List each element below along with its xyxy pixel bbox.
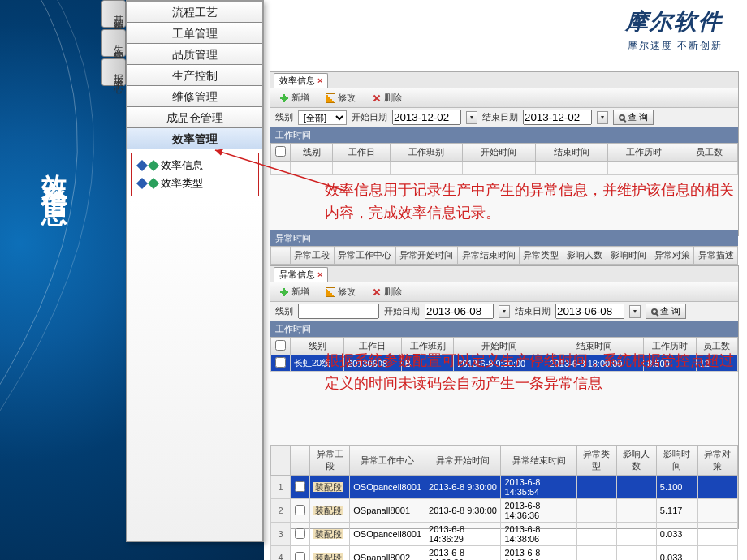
- col-workday[interactable]: 工作日: [333, 144, 391, 162]
- filter-bar: 线别 [全部] 开始日期 ▾ 结束日期 ▾ 查 询: [270, 108, 738, 127]
- worktime-grid[interactable]: 线别 工作日 工作班别 开始时间 结束时间 工作历时 员工数 长虹20线 201…: [270, 337, 738, 372]
- col-start[interactable]: 开始时间: [454, 338, 546, 355]
- col-shift[interactable]: 工作班别: [391, 144, 463, 162]
- col-duration[interactable]: 工作历时: [644, 338, 697, 355]
- table-row[interactable]: 2装配段OSpanall80012013-6-8 9:30:002013-6-8…: [271, 499, 738, 523]
- table-row[interactable]: 长虹20线 20130608 B 2013-6-8 9:30:00 2013-6…: [271, 355, 738, 372]
- exception-grid-header[interactable]: 异常工段 异常工作中心 异常开始时间 异常结束时间 异常类型 影响人数 影响时间…: [270, 246, 738, 265]
- col-pp[interactable]: 影响人数: [616, 446, 656, 476]
- delete-button[interactable]: 删除: [368, 283, 406, 300]
- table-row[interactable]: [271, 162, 738, 175]
- search-icon: [619, 114, 625, 121]
- menu-item-maintenance[interactable]: 维修管理: [127, 86, 262, 107]
- menu-item-warehouse[interactable]: 成品仓管理: [127, 107, 262, 128]
- cell-line: 长虹20线: [291, 355, 344, 372]
- cell-checkbox[interactable]: [291, 523, 310, 546]
- col-st[interactable]: 异常开始时间: [425, 446, 501, 476]
- worktime-grid[interactable]: 线别 工作日 工作班别 开始时间 结束时间 工作历时 员工数: [270, 143, 738, 175]
- cell-rownum: 2: [271, 499, 291, 523]
- col-duration[interactable]: 工作历时: [607, 144, 680, 162]
- col-wc[interactable]: 异常工作中心: [350, 446, 425, 476]
- menu-item-workorder[interactable]: 工单管理: [127, 23, 262, 44]
- cell-rownum: 1: [271, 476, 291, 499]
- cell-type: [576, 476, 616, 499]
- col-checkbox[interactable]: [291, 446, 310, 476]
- submenu-item-eff-info[interactable]: 效率信息: [138, 157, 252, 174]
- col-pp[interactable]: 影响人数: [563, 247, 607, 265]
- nav-tab-report-center[interactable]: 报表中心: [101, 58, 126, 86]
- cell-type: [576, 546, 616, 561]
- query-button[interactable]: 查 询: [613, 110, 654, 125]
- menu-item-efficiency[interactable]: 效率管理: [127, 128, 262, 149]
- col-checkbox[interactable]: [271, 338, 291, 355]
- col-line[interactable]: 线别: [291, 144, 333, 162]
- group-exception-header: 异常时间: [270, 230, 738, 246]
- query-button[interactable]: 查 询: [646, 304, 686, 319]
- col-checkbox[interactable]: [271, 247, 291, 265]
- start-date-label: 开始日期: [352, 111, 387, 123]
- col-workday[interactable]: 工作日: [344, 338, 402, 355]
- delete-button[interactable]: 删除: [368, 89, 406, 106]
- menu-item-process[interactable]: 流程工艺: [127, 2, 262, 23]
- col-emp[interactable]: 员工数: [696, 338, 737, 355]
- line-select[interactable]: [全部]: [298, 110, 347, 125]
- date-dropdown-icon[interactable]: ▾: [466, 111, 477, 124]
- tab-efficiency-info[interactable]: 效率信息 ×: [274, 73, 328, 88]
- exception-grid[interactable]: 异常工段 异常工作中心 异常开始时间 异常结束时间 异常类型 影响人数 影响时间…: [270, 445, 738, 560]
- cell-et: 2013-6-8 14:38:06: [501, 523, 576, 546]
- end-date-input[interactable]: [555, 304, 624, 319]
- row-checkbox[interactable]: [271, 355, 291, 372]
- line-input[interactable]: [298, 304, 379, 319]
- cell-checkbox[interactable]: [291, 476, 310, 499]
- table-row[interactable]: 1装配段OSOpancell80012013-6-8 9:30:002013-6…: [271, 476, 738, 499]
- date-dropdown-icon[interactable]: ▾: [597, 111, 608, 124]
- menu-item-quality[interactable]: 品质管理: [127, 44, 262, 65]
- col-end[interactable]: 结束时间: [546, 338, 644, 355]
- cell-checkbox[interactable]: [291, 499, 310, 523]
- col-et[interactable]: 异常结束时间: [501, 446, 576, 476]
- line-label: 线别: [275, 111, 293, 123]
- start-date-input[interactable]: [392, 110, 461, 125]
- col-wc[interactable]: 异常工作中心: [334, 247, 395, 265]
- col-et[interactable]: 异常结束时间: [457, 247, 519, 265]
- date-dropdown-icon[interactable]: ▾: [629, 305, 641, 318]
- end-date-input[interactable]: [523, 110, 592, 125]
- cell-et: 2013-6-8 14:36:36: [501, 499, 576, 523]
- table-row[interactable]: 4装配段OSpanall80022013-6-8 14:36:362013-6-…: [271, 546, 738, 561]
- cell-seg: 装配段: [310, 546, 350, 561]
- col-line[interactable]: 线别: [291, 338, 344, 355]
- cell-checkbox[interactable]: [291, 546, 310, 561]
- search-icon: [651, 308, 658, 315]
- col-seg[interactable]: 异常工段: [291, 247, 335, 265]
- menu-item-production-ctrl[interactable]: 生产控制: [127, 65, 262, 86]
- date-dropdown-icon[interactable]: ▾: [499, 305, 510, 318]
- col-seg[interactable]: 异常工段: [310, 446, 350, 476]
- start-date-label: 开始日期: [384, 305, 420, 317]
- col-desc[interactable]: 异常描述: [694, 247, 738, 265]
- nav-tab-basic-data[interactable]: 基础数据: [101, 0, 126, 28]
- col-type[interactable]: 异常类型: [576, 446, 616, 476]
- col-im[interactable]: 影响时间: [656, 446, 697, 476]
- col-end[interactable]: 结束时间: [535, 144, 607, 162]
- col-st[interactable]: 异常开始时间: [395, 247, 457, 265]
- start-date-input[interactable]: [425, 304, 494, 319]
- col-emp[interactable]: 员工数: [680, 144, 738, 162]
- tab-close-icon[interactable]: ×: [317, 75, 322, 85]
- col-checkbox[interactable]: [271, 144, 291, 162]
- col-im[interactable]: 影响时间: [607, 247, 650, 265]
- tab-close-icon[interactable]: ×: [317, 269, 322, 279]
- tab-exception-info[interactable]: 异常信息 ×: [274, 267, 328, 282]
- add-button[interactable]: 新增: [275, 89, 313, 106]
- col-cm[interactable]: 异常对策: [697, 446, 737, 476]
- col-start[interactable]: 开始时间: [463, 144, 535, 162]
- col-cm[interactable]: 异常对策: [650, 247, 694, 265]
- table-row[interactable]: 3装配段OSOpancell80012013-6-8 14:36:292013-…: [271, 523, 738, 546]
- col-shift[interactable]: 工作班别: [401, 338, 454, 355]
- edit-button[interactable]: 修改: [322, 89, 360, 106]
- add-button[interactable]: 新增: [275, 283, 313, 300]
- filter-bar: 线别 开始日期 ▾ 结束日期 ▾ 查 询: [270, 302, 738, 321]
- col-type[interactable]: 异常类型: [520, 247, 563, 265]
- submenu-item-eff-type[interactable]: 效率类型: [138, 174, 252, 192]
- edit-button[interactable]: 修改: [322, 283, 360, 300]
- nav-tab-production-mgmt[interactable]: 生产管理: [101, 29, 126, 57]
